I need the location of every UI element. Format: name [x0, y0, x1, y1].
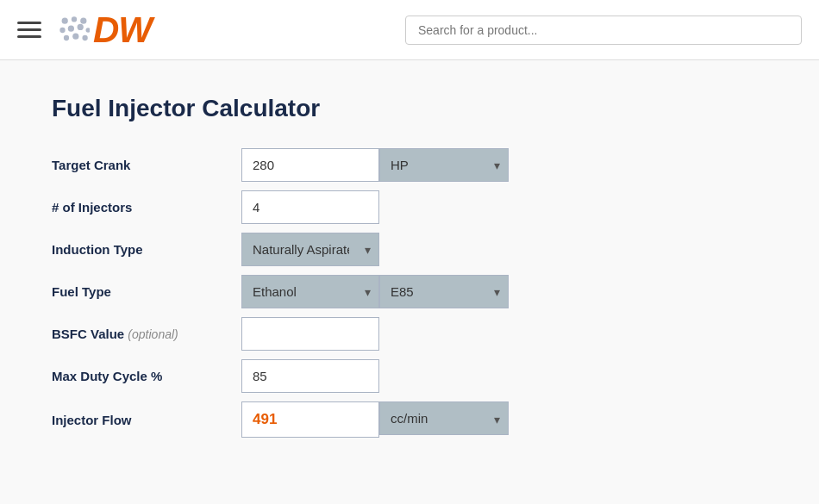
- form-row-max-duty-cycle: Max Duty Cycle %: [52, 359, 767, 393]
- input-group-num-injectors: [241, 190, 379, 224]
- form-row-num-injectors: # of Injectors: [52, 190, 767, 224]
- select-wrapper-hp: HP KW: [379, 148, 509, 182]
- input-group-target-crank: HP KW: [241, 148, 509, 182]
- svg-point-6: [86, 28, 91, 32]
- svg-point-1: [72, 16, 77, 22]
- svg-point-7: [64, 34, 69, 40]
- svg-point-9: [82, 34, 87, 40]
- input-group-max-duty-cycle: [241, 359, 379, 393]
- select-flow-unit[interactable]: cc/min lb/hr: [379, 401, 509, 435]
- select-fuel-blend[interactable]: E85 E70 E50: [379, 275, 509, 308]
- svg-point-8: [72, 33, 78, 39]
- label-induction-type: Induction Type: [52, 242, 241, 257]
- header: DW: [0, 0, 819, 60]
- form-row-induction-type: Induction Type Naturally Aspirate Turbo …: [52, 233, 767, 266]
- select-fuel-type[interactable]: Ethanol Gasoline Methanol: [241, 275, 379, 308]
- form-row-bsfc: BSFC Value (optional): [52, 317, 767, 351]
- form-row-injector-flow: Injector Flow cc/min lb/hr: [52, 401, 767, 438]
- page-title: Fuel Injector Calculator: [52, 95, 767, 122]
- select-hp[interactable]: HP KW: [379, 148, 509, 182]
- logo: DW: [59, 12, 152, 48]
- svg-point-5: [78, 23, 84, 29]
- select-wrapper-flow-unit: cc/min lb/hr: [379, 401, 509, 438]
- input-max-duty-cycle[interactable]: [241, 359, 379, 393]
- label-max-duty-cycle: Max Duty Cycle %: [52, 369, 241, 383]
- input-injector-flow[interactable]: [241, 401, 379, 438]
- input-group-induction-type: Naturally Aspirate Turbo Supercharged: [241, 233, 379, 266]
- form-row-fuel-type: Fuel Type Ethanol Gasoline Methanol E85 …: [52, 275, 767, 308]
- svg-point-0: [62, 17, 68, 23]
- calculator-form: Target Crank HP KW # of Injectors Induct…: [52, 148, 767, 446]
- input-group-fuel-type: Ethanol Gasoline Methanol E85 E70 E50: [241, 275, 509, 308]
- select-wrapper-fuel2: E85 E70 E50: [379, 275, 509, 308]
- label-target-crank: Target Crank: [52, 158, 241, 172]
- input-group-bsfc: [241, 317, 379, 351]
- label-fuel-type: Fuel Type: [52, 284, 241, 299]
- label-bsfc-optional: (optional): [128, 327, 178, 341]
- logo-text: DW: [93, 12, 152, 48]
- form-row-target-crank: Target Crank HP KW: [52, 148, 767, 182]
- svg-point-4: [68, 25, 74, 31]
- select-induction-type[interactable]: Naturally Aspirate Turbo Supercharged: [241, 233, 379, 266]
- main-content: Fuel Injector Calculator Target Crank HP…: [0, 60, 819, 504]
- input-bsfc[interactable]: [241, 317, 379, 351]
- label-num-injectors: # of Injectors: [52, 200, 241, 215]
- select-wrapper-fuel1: Ethanol Gasoline Methanol: [241, 275, 379, 308]
- svg-point-2: [80, 17, 86, 23]
- menu-button[interactable]: [17, 22, 41, 38]
- input-num-injectors[interactable]: [241, 190, 379, 224]
- label-injector-flow: Injector Flow: [52, 413, 241, 427]
- input-group-injector-flow: cc/min lb/hr: [241, 401, 509, 438]
- search-input[interactable]: [405, 16, 802, 45]
- label-bsfc: BSFC Value (optional): [52, 327, 241, 341]
- select-wrapper-induction: Naturally Aspirate Turbo Supercharged: [241, 233, 379, 266]
- svg-point-3: [59, 27, 65, 32]
- input-target-crank[interactable]: [241, 148, 379, 182]
- logo-dots-icon: [59, 15, 90, 46]
